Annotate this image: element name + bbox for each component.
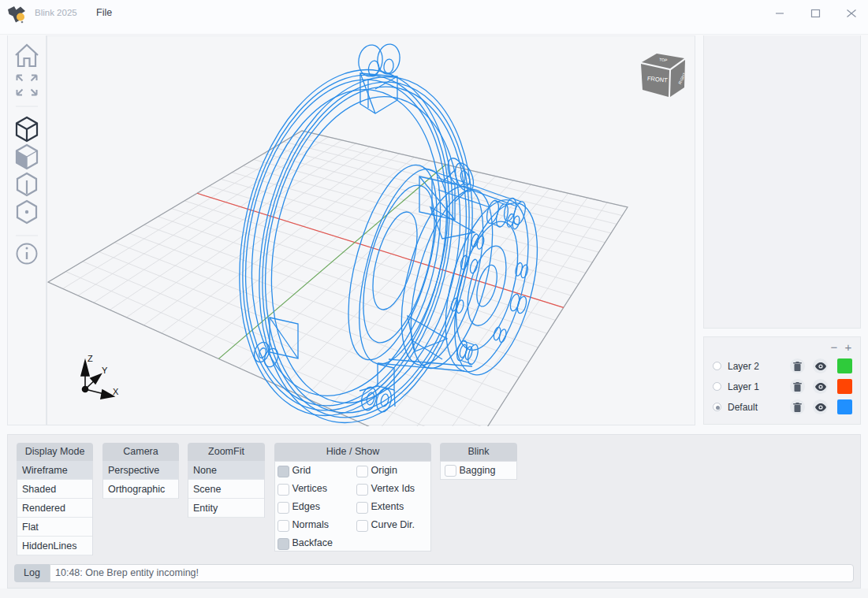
- svg-text:Z: Z: [88, 354, 93, 363]
- svg-text:X: X: [113, 387, 119, 396]
- svg-text:Y: Y: [102, 366, 108, 375]
